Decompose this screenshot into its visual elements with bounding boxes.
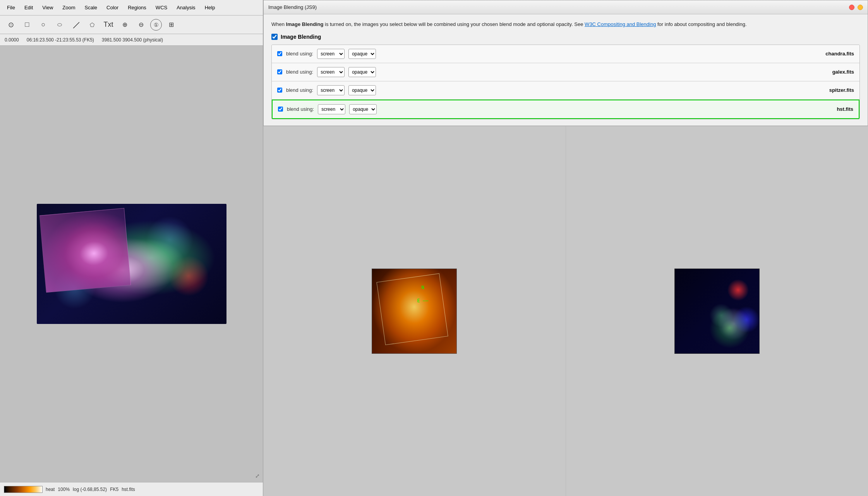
blend-opacity-select-chandra[interactable]: opaque0.90.80.7 bbox=[348, 49, 376, 59]
blend-checkbox-chandra[interactable] bbox=[277, 51, 282, 56]
colormap-bar bbox=[4, 486, 43, 493]
menu-view[interactable]: View bbox=[38, 3, 57, 12]
menu-wcs[interactable]: WCS bbox=[152, 3, 171, 12]
menu-help[interactable]: Help bbox=[201, 3, 219, 12]
blend-row-label-spitzer: blend using: bbox=[286, 87, 313, 93]
coords-value: 0.0000 bbox=[5, 37, 19, 43]
bottom-images: N E —— bbox=[263, 126, 868, 496]
main-image[interactable] bbox=[37, 204, 226, 324]
minimize-button[interactable] bbox=[858, 5, 863, 10]
blend-row-label-chandra: blend using: bbox=[286, 51, 313, 57]
status-zoom: 100% bbox=[58, 487, 70, 492]
tool-polygon[interactable]: ⬠ bbox=[85, 18, 99, 32]
main-blend-checkbox-row: Image Blending bbox=[271, 34, 860, 40]
blend-filename-hst: hst.fits bbox=[837, 106, 853, 112]
blend-mode-select-hst[interactable]: screennormalmultiply bbox=[318, 104, 345, 114]
blend-filename-chandra: chandra.fits bbox=[825, 51, 854, 57]
blend-opacity-select-hst[interactable]: opaque0.90.8 bbox=[349, 104, 377, 114]
resize-handle[interactable]: ⤢ bbox=[255, 473, 260, 479]
blend-filename-galex: galex.fits bbox=[832, 69, 854, 75]
blend-checkbox-galex[interactable] bbox=[277, 69, 282, 74]
blend-row-spitzer: blend using: screennormalmultiply opaque… bbox=[272, 81, 859, 100]
thumb-spitzer: N E —— bbox=[372, 269, 457, 354]
blend-row-galex: blend using: screennormalmultiply opaque… bbox=[272, 63, 859, 81]
tool-ellipse[interactable]: ⬭ bbox=[53, 18, 67, 32]
left-panel: File Edit View Zoom Scale Color Regions … bbox=[0, 0, 263, 496]
blend-mode-select-chandra[interactable]: screennormalmultiplyoverlay bbox=[317, 49, 345, 59]
thumb-container-galex[interactable] bbox=[566, 126, 868, 496]
blend-filename-spitzer: spitzer.fits bbox=[829, 87, 854, 93]
menu-edit[interactable]: Edit bbox=[21, 3, 37, 12]
right-panel: Image Blending (JS9) When Image Blending… bbox=[263, 0, 868, 496]
tool-circle[interactable]: ⊙ bbox=[4, 18, 18, 32]
tool-zoom-out[interactable]: ⊖ bbox=[134, 18, 148, 32]
menu-color[interactable]: Color bbox=[103, 3, 122, 12]
dialog-content: When Image Blending is turned on, the im… bbox=[264, 14, 868, 126]
blend-row-hst: blend using: screennormalmultiply opaque… bbox=[272, 100, 859, 119]
blend-checkbox-hst[interactable] bbox=[278, 107, 283, 112]
menu-scale[interactable]: Scale bbox=[81, 3, 101, 12]
blend-table: blend using: screennormalmultiplyoverlay… bbox=[271, 45, 860, 119]
coords-radec: 06:16:23.500 -21:23:55.53 (FK5) bbox=[27, 37, 94, 43]
dialog-description: When Image Blending is turned on, the im… bbox=[271, 21, 860, 28]
menu-bar: File Edit View Zoom Scale Color Regions … bbox=[0, 0, 263, 16]
tool-line[interactable]: — bbox=[66, 15, 86, 34]
blend-row-chandra: blend using: screennormalmultiplyoverlay… bbox=[272, 45, 859, 63]
toolbar: ⊙ □ ○ ⬭ — ⬠ Txt ⊕ ⊖ ① ⊞ bbox=[0, 16, 263, 34]
blend-opacity-select-galex[interactable]: opaque0.90.8 bbox=[348, 67, 376, 77]
tool-rectangle[interactable]: □ bbox=[20, 18, 34, 32]
dialog-window: Image Blending (JS9) When Image Blending… bbox=[263, 0, 868, 126]
overlay-image bbox=[39, 208, 131, 293]
dialog-bold-text: Image Blending bbox=[286, 21, 324, 27]
status-colormap: heat bbox=[46, 487, 55, 492]
status-bar: heat 100% log (-0.68,85.52) FK5 hst.fits bbox=[0, 482, 263, 496]
status-filename: hst.fits bbox=[122, 487, 135, 492]
tool-text[interactable]: Txt bbox=[101, 18, 115, 32]
blend-mode-select-spitzer[interactable]: screennormalmultiply bbox=[317, 85, 345, 95]
status-scale: log (-0.68,85.52) bbox=[73, 487, 107, 492]
close-button[interactable] bbox=[849, 5, 854, 10]
menu-regions[interactable]: Regions bbox=[124, 3, 150, 12]
spitzer-outline bbox=[376, 273, 448, 345]
window-controls bbox=[849, 5, 863, 10]
tool-circle-outline[interactable]: ○ bbox=[36, 18, 50, 32]
thumb-galex bbox=[674, 269, 760, 354]
blend-opacity-select-spitzer[interactable]: opaque0.90.8 bbox=[348, 85, 376, 95]
status-wcs: FK5 bbox=[110, 487, 118, 492]
tool-pan[interactable]: ⊞ bbox=[164, 18, 178, 32]
tool-zoom-in[interactable]: ⊕ bbox=[118, 18, 132, 32]
blend-checkbox-spitzer[interactable] bbox=[277, 88, 282, 93]
thumb-container-spitzer[interactable]: N E —— bbox=[263, 126, 566, 496]
main-image-area[interactable]: ⤢ bbox=[0, 46, 263, 482]
tool-region-id[interactable]: ① bbox=[150, 19, 162, 31]
coords-physical: 3981.500 3904.500 (physical) bbox=[102, 37, 163, 43]
w3c-link[interactable]: W3C Compositing and Blending bbox=[585, 21, 656, 27]
coords-bar: 0.0000 06:16:23.500 -21:23:55.53 (FK5) 3… bbox=[0, 34, 263, 46]
menu-zoom[interactable]: Zoom bbox=[58, 3, 79, 12]
blend-mode-select-galex[interactable]: screennormalmultiply bbox=[317, 67, 345, 77]
menu-analysis[interactable]: Analysis bbox=[173, 3, 199, 12]
blend-row-label-hst: blend using: bbox=[287, 106, 314, 112]
dialog-title: Image Blending (JS9) bbox=[268, 4, 317, 10]
menu-file[interactable]: File bbox=[3, 3, 19, 12]
blend-row-label-galex: blend using: bbox=[286, 69, 313, 75]
main-blend-label: Image Blending bbox=[281, 34, 321, 40]
main-blend-checkbox[interactable] bbox=[271, 34, 278, 40]
dialog-titlebar: Image Blending (JS9) bbox=[264, 0, 868, 14]
